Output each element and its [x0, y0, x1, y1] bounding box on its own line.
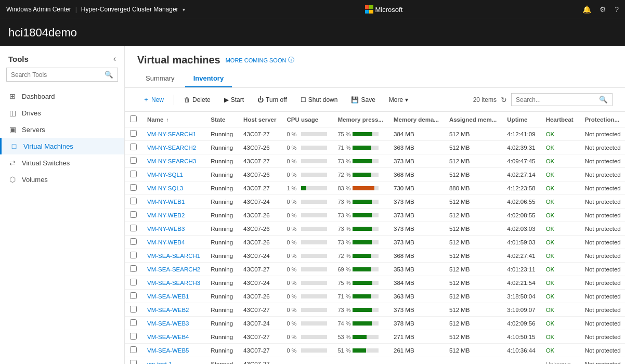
row-checkbox-cell[interactable] — [125, 317, 142, 330]
delete-button[interactable]: 🗑 Delete — [178, 93, 216, 107]
new-button[interactable]: ＋ New — [137, 92, 170, 107]
sidebar-item-drives[interactable]: ◫ Drives — [0, 105, 124, 121]
row-checkbox[interactable] — [130, 346, 137, 353]
mem-bar-bg — [353, 294, 379, 298]
row-checkbox-cell[interactable] — [125, 263, 142, 276]
vm-link[interactable]: VM-SEA-WEB5 — [147, 347, 189, 354]
vm-name-cell: VM-NY-WEB4 — [142, 236, 205, 249]
row-checkbox-cell[interactable] — [125, 249, 142, 263]
search-tools-button[interactable]: 🔍 — [100, 68, 118, 81]
vm-link[interactable]: VM-SEA-SEARCH3 — [147, 280, 200, 286]
select-all-checkbox[interactable] — [130, 115, 137, 122]
vm-link[interactable]: VM-NY-WEB1 — [147, 199, 185, 205]
row-checkbox[interactable] — [130, 319, 137, 326]
row-checkbox[interactable] — [130, 198, 137, 204]
save-button[interactable]: 💾 Save — [345, 93, 381, 107]
row-checkbox[interactable] — [130, 184, 137, 191]
sidebar-item-volumes[interactable]: ⬡ Volumes — [0, 171, 124, 188]
cluster-manager-label[interactable]: Hyper-Converged Cluster Manager — [81, 6, 178, 13]
row-checkbox-cell[interactable] — [125, 303, 142, 317]
cpu-bar: 0 % — [287, 172, 327, 178]
sidebar-item-virtual-switches[interactable]: ⇄ Virtual Switches — [0, 154, 124, 171]
row-checkbox-cell[interactable] — [125, 236, 142, 249]
row-checkbox[interactable] — [130, 225, 137, 231]
vm-link[interactable]: VM-SEA-WEB3 — [147, 320, 189, 327]
row-checkbox-cell[interactable] — [125, 181, 142, 195]
vm-link[interactable]: VM-SEA-SEARCH2 — [147, 266, 200, 272]
turnoff-button[interactable]: ⏻ Turn off — [252, 93, 293, 107]
row-checkbox[interactable] — [130, 306, 137, 313]
notification-icon[interactable]: 🔔 — [582, 5, 591, 14]
vm-link[interactable]: VM-NY-SQL1 — [147, 172, 183, 178]
vm-link[interactable]: VM-NY-WEB4 — [147, 239, 185, 245]
vm-link[interactable]: VM-NY-SQL3 — [147, 185, 183, 191]
sidebar-item-servers[interactable]: ▣ Servers — [0, 121, 124, 138]
row-checkbox[interactable] — [130, 144, 137, 150]
col-name[interactable]: Name ↑ — [142, 112, 205, 127]
mem-bar-bg — [353, 186, 379, 190]
vm-link[interactable]: VM-SEA-WEB1 — [147, 293, 189, 300]
row-checkbox-cell[interactable] — [125, 276, 142, 290]
vm-cpu-cell: 0 % — [281, 263, 332, 276]
select-all-header[interactable] — [125, 112, 142, 127]
vm-name-cell: VM-SEA-SEARCH2 — [142, 263, 205, 276]
row-checkbox-cell[interactable] — [125, 222, 142, 236]
help-icon[interactable]: ? — [615, 5, 619, 14]
vm-mem-press-cell: 72 % — [332, 249, 388, 263]
sidebar-collapse-button[interactable]: ‹ — [113, 54, 116, 63]
vm-heartbeat-cell: OK — [541, 263, 580, 276]
row-checkbox-cell[interactable] — [125, 344, 142, 357]
settings-icon[interactable]: ⚙ — [600, 5, 606, 14]
row-checkbox-cell[interactable] — [125, 290, 142, 303]
cpu-label: 0 % — [287, 266, 299, 272]
row-checkbox[interactable] — [130, 130, 137, 137]
row-checkbox[interactable] — [130, 265, 137, 272]
cpu-label: 0 % — [287, 199, 299, 205]
row-checkbox[interactable] — [130, 211, 137, 218]
sidebar-item-virtual-machines[interactable]: □ Virtual Machines — [0, 138, 124, 154]
row-checkbox-cell[interactable] — [125, 209, 142, 222]
vm-link[interactable]: VM-SEA-WEB4 — [147, 334, 189, 340]
row-checkbox[interactable] — [130, 252, 137, 258]
vm-link[interactable]: VM-NY-SEARCH3 — [147, 158, 196, 164]
start-button[interactable]: ▶ Start — [218, 93, 250, 107]
row-checkbox[interactable] — [130, 292, 137, 299]
row-checkbox[interactable] — [130, 333, 137, 340]
toolbar: ＋ New 🗑 Delete ▶ Start ⏻ Turn off ☐ Shut… — [125, 88, 625, 112]
vm-link[interactable]: VM-NY-SEARCH2 — [147, 145, 196, 151]
row-checkbox[interactable] — [130, 171, 137, 177]
vm-link[interactable]: VM-NY-WEB2 — [147, 212, 185, 218]
row-checkbox-cell[interactable] — [125, 127, 142, 141]
tab-summary[interactable]: Summary — [137, 70, 183, 87]
search-tools-input[interactable] — [7, 69, 100, 81]
row-checkbox[interactable] — [130, 279, 137, 285]
vm-link[interactable]: VM-SEA-SEARCH1 — [147, 253, 200, 259]
search-input[interactable] — [512, 94, 595, 106]
vm-link[interactable]: vm-test-1 — [147, 361, 172, 365]
row-checkbox[interactable] — [130, 157, 137, 164]
sidebar-item-dashboard[interactable]: ⊞ Dashboard — [0, 88, 124, 105]
row-checkbox[interactable] — [130, 360, 137, 364]
row-checkbox-cell[interactable] — [125, 195, 142, 209]
vm-link[interactable]: VM-NY-SEARCH1 — [147, 131, 196, 137]
row-checkbox-cell[interactable] — [125, 168, 142, 181]
row-checkbox-cell[interactable] — [125, 330, 142, 344]
more-coming-label[interactable]: MORE COMING SOON ⓘ — [226, 56, 295, 64]
cpu-label: 0 % — [287, 212, 299, 218]
vm-link[interactable]: VM-NY-WEB3 — [147, 226, 185, 232]
row-checkbox-cell[interactable] — [125, 141, 142, 154]
vm-link[interactable]: VM-SEA-WEB2 — [147, 307, 189, 313]
vm-mem-press-cell: 83 % — [332, 181, 388, 195]
drives-icon: ◫ — [8, 109, 17, 117]
search-bar-button[interactable]: 🔍 — [595, 94, 612, 106]
mem-bar: 73 % — [337, 158, 383, 164]
row-checkbox[interactable] — [130, 238, 137, 245]
tab-inventory[interactable]: Inventory — [185, 70, 232, 87]
more-button[interactable]: More ▾ — [383, 93, 414, 107]
row-checkbox-cell[interactable] — [125, 357, 142, 365]
row-checkbox-cell[interactable] — [125, 154, 142, 168]
mem-bar-bg — [353, 173, 379, 177]
shutdown-button[interactable]: ☐ Shut down — [295, 93, 344, 107]
refresh-button[interactable]: ↻ — [501, 96, 507, 104]
mem-bar-bg — [353, 132, 379, 136]
